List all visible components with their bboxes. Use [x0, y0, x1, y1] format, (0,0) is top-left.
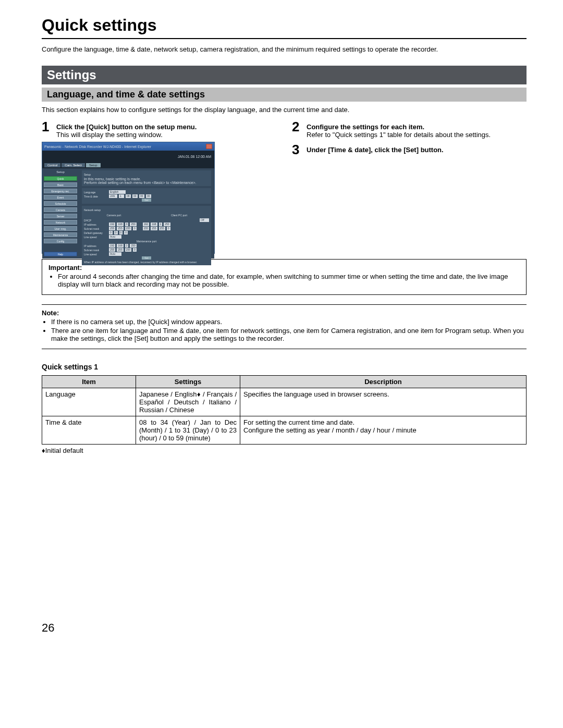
step-number: 3 [292, 143, 302, 156]
page-title: Quick settings [42, 16, 527, 35]
table-row: Time & date 08 to 34 (Year) / Jan to Dec… [42, 416, 527, 445]
tab-cam-select: Cam. Select [62, 163, 85, 167]
table-caption: Quick settings 1 [42, 363, 527, 371]
sidebar-btn-help: Help [44, 252, 77, 256]
line-label: Line speed [84, 253, 107, 256]
sidebar-btn: Network [44, 220, 77, 225]
step-title: Click the [Quick] button on the setup me… [56, 123, 197, 131]
dhcp-val: Off [200, 218, 209, 222]
right-column: 2 Configure the settings for each item. … [292, 120, 527, 158]
left-column: 1 Click the [Quick] button on the setup … [42, 120, 276, 254]
step-number: 2 [292, 120, 302, 133]
steps-columns: 1 Click the [Quick] button on the setup … [42, 120, 527, 254]
sidebar-btn: Basic [44, 182, 77, 187]
table-row: Language Japanese / English♦ / Français … [42, 388, 527, 416]
date-display: JAN.01.08 12:00 AM [178, 155, 211, 158]
step-title: Under [Time & date], click the [Set] but… [307, 146, 444, 154]
sidebar-btn: Camera [44, 207, 77, 212]
td-val: 00 [146, 194, 151, 198]
sidebar-btn: Maintenance [44, 232, 77, 237]
td-val: 00 [132, 194, 138, 198]
line-label: Line speed [84, 236, 107, 239]
td-val: 1 [119, 194, 124, 198]
important-item: For around 4 seconds after changing the … [58, 273, 520, 288]
quick-settings-table: Item Settings Description Language Japan… [42, 375, 527, 445]
sidebar-btn: User mng. [44, 226, 77, 231]
sidebar-btn-quick: Quick [44, 176, 77, 181]
td-val: JAN [109, 194, 117, 198]
language-value: English [109, 190, 126, 194]
td-val: 00 [139, 194, 144, 198]
client-port-label: Client PC port [149, 214, 209, 217]
main-heading: Setup [84, 173, 209, 176]
document-page: Quick settings Configure the language, t… [0, 0, 563, 650]
note-item: If there is no camera set up, the [Quick… [51, 318, 527, 326]
td-description: For setting the current time and date. C… [240, 416, 527, 445]
main-notice: Perform detail setting on each menu from… [84, 181, 209, 184]
timedate-label: Time & date [84, 195, 107, 198]
td-settings: Japanese / English♦ / Français / Español… [136, 388, 240, 416]
td-item: Language [42, 388, 136, 416]
td-description: Specifies the language used in browser s… [240, 388, 527, 416]
table-footnote: ♦Initial default [42, 447, 527, 454]
step-1: 1 Click the [Quick] button on the setup … [42, 120, 276, 139]
window-title: Panasonic - Network Disk Recorder WJ-ND4… [44, 145, 151, 149]
gateway-label: Default gateway [84, 231, 107, 235]
step-text: Refer to "Quick settings 1" table for de… [307, 131, 491, 139]
th-description: Description [240, 376, 527, 388]
ip-label: IP address [84, 223, 107, 226]
subnet-label: Subnet mask [84, 227, 107, 230]
cam-port-label: Camera port [84, 214, 144, 217]
note-item: There are one item for language and Time… [51, 327, 527, 342]
sidebar-btn: Server [44, 214, 77, 218]
sidebar-heading: Setup [44, 170, 77, 174]
section-intro: This section explains how to configure s… [42, 106, 527, 114]
line-val: Auto [109, 252, 121, 256]
td-settings: 08 to 34 (Year) / Jan to Dec (Month) / 1… [136, 416, 240, 445]
subsection-heading: Language, and time & date settings [42, 88, 527, 102]
step-text: This will display the setting window. [56, 131, 197, 139]
language-label: Language [84, 191, 107, 194]
set-button: Set [142, 199, 151, 202]
td-val: 08 [126, 194, 131, 198]
set-button: Set [142, 256, 151, 260]
page-number: 26 [42, 621, 527, 635]
td-item: Time & date [42, 416, 136, 445]
settings-window-screenshot: Panasonic - Network Disk Recorder WJ-ND4… [42, 142, 215, 254]
screenshot-sidebar: Setup Quick Basic Emergency rec. Event S… [42, 168, 79, 258]
close-icon [206, 144, 212, 149]
step-title: Configure the settings for each item. [307, 123, 491, 131]
sidebar-btn: Schedule [44, 201, 77, 206]
ip-label: IP address [84, 244, 107, 248]
note-box: Note: If there is no camera set up, the … [42, 304, 527, 349]
sidebar-btn: Config [44, 239, 77, 243]
dhcp-label: DHCP [84, 219, 107, 222]
tab-setup: Setup [86, 163, 101, 167]
screenshot-main: Setup In this menu, basic setting is mad… [79, 168, 214, 258]
note-label: Note: [42, 309, 527, 317]
subnet-label: Subnet mask [84, 249, 107, 252]
step-number: 1 [42, 120, 52, 133]
th-item: Item [42, 376, 136, 388]
line-val: Auto [109, 235, 121, 239]
step-3: 3 Under [Time & date], click the [Set] b… [292, 143, 527, 156]
maint-label: Maintenance port [84, 240, 209, 243]
sidebar-btn: Event [44, 195, 77, 200]
main-notice: In this menu, basic setting is made. [84, 177, 209, 181]
intro-text: Configure the language, time & date, net… [42, 45, 527, 53]
settings-heading: Settings [42, 66, 527, 84]
step-2: 2 Configure the settings for each item. … [292, 120, 527, 139]
bottom-note: When IP address of network has been chan… [84, 261, 209, 264]
tab-control: Control [44, 163, 60, 167]
title-bar: Quick settings [42, 16, 527, 39]
network-label: Network setup [84, 208, 209, 212]
th-settings: Settings [136, 376, 240, 388]
sidebar-btn: Emergency rec. [44, 189, 77, 193]
